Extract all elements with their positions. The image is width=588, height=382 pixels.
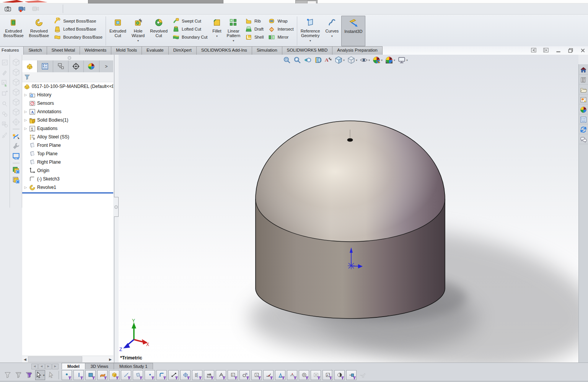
- stacked-features-icon[interactable]: [12, 166, 20, 174]
- revolved-cut-button[interactable]: Revolved Cut: [147, 16, 170, 46]
- swept-cut-button[interactable]: Swept Cut: [173, 17, 207, 25]
- model-canvas[interactable]: Y X Z: [119, 55, 578, 362]
- filter-routing-points-button[interactable]: [346, 370, 357, 380]
- stacked-balloon-icon[interactable]: [2, 111, 8, 118]
- expand-arrow-icon[interactable]: ▷: [24, 93, 28, 97]
- swept-boss-base-button[interactable]: Swept Boss/Base: [54, 17, 103, 25]
- draft-button[interactable]: Draft: [245, 25, 264, 33]
- tab-mold-tools[interactable]: Mold Tools: [111, 46, 142, 55]
- expand-arrow-icon[interactable]: ▷: [24, 127, 28, 130]
- revolved-boss-base-button[interactable]: Revolved Boss/Base: [26, 16, 52, 46]
- wireframe-cube-icon[interactable]: [12, 98, 20, 106]
- tab-simulation[interactable]: Simulation: [252, 46, 282, 55]
- pane-collapse-right-button[interactable]: [543, 48, 549, 53]
- filter-dowel-pins-button[interactable]: [299, 370, 309, 380]
- lofted-boss-base-button[interactable]: Lofted Boss/Base: [54, 25, 103, 33]
- tree-item-history[interactable]: ▷History: [22, 91, 113, 99]
- property-manager-tab[interactable]: [37, 60, 53, 72]
- featuremanager-design-tree-tab[interactable]: [22, 60, 37, 72]
- scroll-left-icon[interactable]: ◀: [22, 356, 28, 362]
- file-explorer-button[interactable]: [579, 86, 588, 94]
- appearances-button[interactable]: [579, 106, 588, 114]
- annotation-add-icon[interactable]: [2, 90, 8, 97]
- splitter-handle[interactable]: [114, 197, 119, 217]
- pane-collapse-left-button[interactable]: [531, 48, 537, 53]
- tree-item-top-plane[interactable]: Top Plane: [22, 150, 113, 158]
- forum-chat-button[interactable]: [579, 135, 588, 144]
- tree-item--sketch3[interactable]: (-) Sketch3: [22, 175, 113, 183]
- filter-vertices-button[interactable]: [62, 370, 72, 380]
- lasso-select-button[interactable]: [47, 371, 56, 380]
- linear-pattern-button[interactable]: Linear Pattern▾: [224, 16, 243, 46]
- toggle-selection-filters-button[interactable]: [3, 371, 12, 380]
- hole-wizard-button[interactable]: Hole Wizard▾: [129, 16, 147, 46]
- wireframe-cube-icon[interactable]: [12, 78, 20, 86]
- filter-dimensions-button[interactable]: [204, 370, 214, 380]
- format-painter-icon[interactable]: [2, 70, 8, 76]
- tree-item-sensors[interactable]: Sensors: [22, 99, 113, 107]
- filter-sketch-points-button[interactable]: [145, 370, 155, 380]
- dropdown-arrow-icon[interactable]: ▾: [331, 34, 333, 39]
- filter-solid-bodies-button[interactable]: [109, 370, 119, 380]
- tab-analysis-preparation[interactable]: Analysis Preparation: [332, 46, 382, 55]
- model-body[interactable]: [256, 121, 445, 319]
- tab-features[interactable]: Features: [0, 46, 24, 55]
- curves-button[interactable]: Curves▾: [323, 16, 341, 46]
- stacked-features-alt-icon[interactable]: [12, 176, 20, 184]
- next-sheet-icon[interactable]: ▶: [45, 364, 52, 369]
- tree-item-origin[interactable]: Origin: [22, 166, 113, 175]
- scroll-right-icon[interactable]: ▶: [108, 356, 113, 362]
- last-sheet-icon[interactable]: ▶: [52, 364, 59, 369]
- dimxpert-manager-tab[interactable]: [68, 60, 84, 72]
- filter-datum-targets-button[interactable]: D: [228, 370, 238, 380]
- tree-item-revolve1[interactable]: ▷Revolve1: [22, 183, 113, 192]
- filter-weld-symbols-button[interactable]: [263, 370, 274, 380]
- panel-splitter[interactable]: [113, 55, 119, 362]
- tab-sheet-metal[interactable]: Sheet Metal: [47, 46, 80, 55]
- filter-notes-button[interactable]: A: [251, 370, 262, 380]
- wireframe-cube-icon[interactable]: [12, 108, 20, 116]
- filter-datums-button[interactable]: [275, 370, 285, 380]
- panel-collapse-handle[interactable]: [22, 55, 113, 61]
- tab-dimxpert[interactable]: DimXpert: [168, 46, 197, 55]
- wireframe-cube-icon[interactable]: [12, 88, 20, 96]
- filter-annotations-button[interactable]: [311, 370, 321, 380]
- tree-item-solid-bodies-1-[interactable]: ▷Solid Bodies(1): [22, 116, 113, 124]
- filter-sketch-segments-button[interactable]: [168, 370, 179, 380]
- display-window-icon[interactable]: [12, 152, 20, 160]
- record-video-icon[interactable]: [17, 4, 27, 13]
- tree-filter-input[interactable]: [32, 73, 111, 81]
- dropdown-arrow-icon[interactable]: ▾: [233, 39, 234, 43]
- custom-properties-button[interactable]: [579, 115, 588, 124]
- tab-evaluate[interactable]: Evaluate: [142, 46, 169, 55]
- fillet-button[interactable]: Fillet▾: [210, 16, 224, 46]
- tab-weldments[interactable]: Weldments: [80, 46, 111, 55]
- filter-centerlines-button[interactable]: [192, 370, 202, 380]
- dropdown-arrow-icon[interactable]: ▾: [216, 34, 218, 39]
- boundary-cut-button[interactable]: Boundary Cut: [173, 33, 207, 41]
- new-sketch-icon[interactable]: [12, 132, 20, 140]
- select-all-filters-button[interactable]: [24, 371, 34, 380]
- screenshot-camera-icon[interactable]: [3, 4, 13, 13]
- spellcheck-arrow-icon[interactable]: A: [2, 80, 8, 87]
- filter-connection-points-button[interactable]: [334, 370, 345, 380]
- graphics-viewport[interactable]: A▾▾▾▾▾▾: [119, 55, 578, 362]
- collapsed-title-bar[interactable]: [88, 0, 223, 3]
- sheet-tab-3d-views[interactable]: 3D Views: [85, 363, 114, 370]
- filter-axes-button[interactable]: [121, 370, 131, 380]
- top-hole[interactable]: [347, 138, 353, 142]
- note-tool-icon[interactable]: A°: [2, 59, 8, 66]
- expand-arrow-icon[interactable]: ▷: [24, 110, 28, 114]
- dropdown-arrow-icon[interactable]: ▾: [309, 39, 311, 43]
- boundary-boss-base-button[interactable]: Boundary Boss/Base: [54, 33, 103, 41]
- sheet-tab-model[interactable]: Model: [62, 363, 85, 370]
- wireframe-cube-icon[interactable]: [12, 68, 20, 76]
- scrollbar-thumb[interactable]: [28, 356, 82, 362]
- display-manager-tab[interactable]: [84, 60, 99, 72]
- sync-arrows-button[interactable]: [579, 125, 588, 134]
- wrench-icon[interactable]: [12, 142, 20, 150]
- wireframe-diamond-icon[interactable]: [12, 118, 20, 126]
- filter-faces-button[interactable]: [85, 370, 96, 380]
- filter-edges-button[interactable]: [73, 370, 84, 380]
- expand-arrow-icon[interactable]: ▷: [24, 185, 28, 189]
